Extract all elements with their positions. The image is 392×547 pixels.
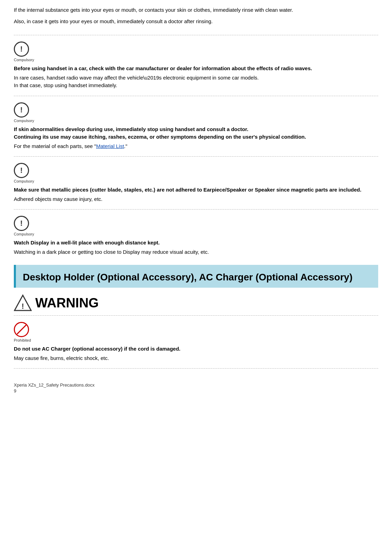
section-metallic-body: Adhered objects may cause injury, etc. bbox=[14, 195, 378, 203]
section-metallic-heading: Make sure that metallic pieces (cutter b… bbox=[14, 186, 378, 194]
divider-2 bbox=[14, 96, 378, 96]
intro-line1: If the internal substance gets into your… bbox=[14, 6, 378, 14]
section-car-radio-heading: Before using handset in a car, check wit… bbox=[14, 65, 378, 73]
section-skin-heading: If skin abnormalities develop during use… bbox=[14, 126, 378, 141]
compulsory-caption-3: Compulsory bbox=[14, 179, 34, 183]
compulsory-label-2: ! Compulsory bbox=[14, 102, 378, 123]
chapter-header: Desktop Holder (Optional Accessory), AC … bbox=[14, 265, 378, 288]
material-list-link[interactable]: Material List bbox=[96, 143, 124, 149]
section-display-body: Watching in a dark place or getting too … bbox=[14, 248, 378, 256]
footer-filename: Xperia XZs_12_Safety Precautions.docx bbox=[14, 382, 378, 388]
compulsory-caption-4: Compulsory bbox=[14, 232, 34, 236]
section-ac-charger-body: May cause fire, burns, electric shock, e… bbox=[14, 354, 378, 362]
prohibited-icon-1 bbox=[14, 322, 29, 337]
prohibited-caption-1: Prohibited bbox=[14, 338, 31, 342]
compulsory-label-1: ! Compulsory bbox=[14, 41, 378, 62]
page: If the internal substance gets into your… bbox=[0, 0, 392, 547]
prohibited-label-1: Prohibited bbox=[14, 322, 378, 342]
compulsory-caption-2: Compulsory bbox=[14, 119, 34, 123]
section-skin: ! Compulsory If skin abnormalities devel… bbox=[14, 100, 378, 153]
compulsory-label-4: ! Compulsory bbox=[14, 216, 378, 236]
compulsory-icon-1: ! bbox=[14, 41, 29, 57]
warning-label: WARNING bbox=[35, 296, 99, 310]
intro-line2: Also, in case it gets into your eyes or … bbox=[14, 18, 378, 26]
compulsory-icon-4: ! bbox=[14, 216, 29, 231]
footer-page: 9 bbox=[14, 388, 378, 393]
footer: Xperia XZs_12_Safety Precautions.docx 9 bbox=[14, 382, 378, 393]
warning-header: ! WARNING bbox=[14, 294, 378, 312]
divider-5 bbox=[14, 315, 378, 316]
section-car-radio-body: In rare cases, handset radio wave may af… bbox=[14, 74, 378, 90]
chapter-title: Desktop Holder (Optional Accessory), AC … bbox=[23, 271, 371, 284]
section-skin-body: For the material of each parts, see "Mat… bbox=[14, 142, 378, 150]
section-car-radio: ! Compulsory Before using handset in a c… bbox=[14, 39, 378, 92]
divider-6 bbox=[14, 368, 378, 369]
compulsory-icon-2: ! bbox=[14, 102, 29, 118]
compulsory-caption-1: Compulsory bbox=[14, 58, 34, 62]
svg-text:!: ! bbox=[21, 302, 24, 310]
section-display: ! Compulsory Watch Display in a well-lit… bbox=[14, 213, 378, 259]
divider-3 bbox=[14, 156, 378, 157]
section-ac-charger: Prohibited Do not use AC Charger (option… bbox=[14, 319, 378, 365]
section-metallic: ! Compulsory Make sure that metallic pie… bbox=[14, 160, 378, 206]
warning-triangle-icon: ! bbox=[14, 294, 32, 312]
divider-4 bbox=[14, 209, 378, 210]
compulsory-icon-3: ! bbox=[14, 163, 29, 178]
intro-section: If the internal substance gets into your… bbox=[14, 3, 378, 31]
divider-1 bbox=[14, 35, 378, 35]
compulsory-label-3: ! Compulsory bbox=[14, 163, 378, 183]
section-ac-charger-heading: Do not use AC Charger (optional accessor… bbox=[14, 345, 378, 353]
section-display-heading: Watch Display in a well-lit place with e… bbox=[14, 239, 378, 247]
